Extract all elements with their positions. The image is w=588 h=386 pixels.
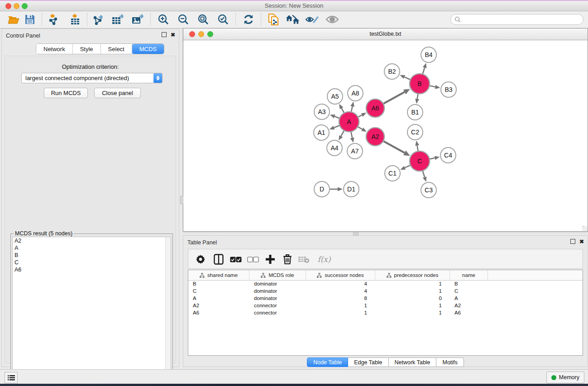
graph-node-D1[interactable]: D1 [344,181,359,197]
refresh-icon[interactable] [241,13,256,26]
duplicate-network-icon[interactable] [267,13,281,26]
graph-node-B4[interactable]: B4 [421,47,436,62]
graph-node-A5[interactable]: A5 [327,89,343,104]
tab-network-table[interactable]: Network Table [389,357,437,367]
window-resize-grip[interactable] [582,226,587,231]
task-history-button[interactable] [5,372,18,383]
graph-node-C1[interactable]: C1 [385,166,400,181]
delete-column-icon[interactable] [281,253,294,266]
toolbar-separator [150,13,151,26]
graph-node-A7[interactable]: A7 [347,143,363,159]
import-network-icon[interactable] [47,13,61,26]
export-image-icon[interactable] [131,13,145,26]
graph-node-A[interactable]: A [339,112,359,132]
memory-label: Memory [559,374,579,381]
vertical-splitter-handle[interactable] [180,196,183,204]
svg-text:A6: A6 [371,105,379,112]
network-canvas[interactable]: B4B2BB3A5A8A6A3B1AA1C2A2A4A7C4CC1DD1C3 [184,40,587,231]
zoom-fit-icon[interactable] [196,13,210,26]
mcds-result-item[interactable]: A2 [13,237,171,244]
mcds-result-item[interactable]: B [13,252,171,259]
table-row[interactable]: Adominator80A [188,295,583,302]
tab-select[interactable]: Select [101,44,132,54]
select-all-icon[interactable] [229,253,243,266]
add-column-icon[interactable] [263,253,277,266]
graph-edge-A-A7 [351,132,353,138]
graph-node-D[interactable]: D [314,181,330,197]
tab-mcds[interactable]: MCDS [132,44,164,54]
memory-button[interactable]: Memory [546,372,584,383]
graph-node-A4[interactable]: A4 [327,140,342,156]
graph-node-C3[interactable]: C3 [421,182,436,198]
table-settings-icon[interactable] [194,253,207,266]
search-input[interactable] [463,16,583,23]
float-panel-icon[interactable] [570,239,575,244]
graph-node-B2[interactable]: B2 [384,64,400,79]
tab-node-table[interactable]: Node Table [307,357,348,367]
table-cell: B [188,281,249,288]
dropdown-stepper-icon [153,73,162,83]
run-mcds-button[interactable]: Run MCDS [44,88,88,98]
graph-edge-C-C3 [423,171,425,177]
svg-text:B2: B2 [388,68,396,75]
zoom-selected-icon[interactable] [216,13,230,26]
graph-node-A1[interactable]: A1 [314,125,329,140]
column-header-MCDS-role[interactable]: MCDS role [249,270,306,280]
graph-node-A8[interactable]: A8 [348,86,363,101]
column-visibility-icon[interactable] [212,253,225,266]
show-hide-graphics-details-icon[interactable] [325,13,339,26]
graph-node-C2[interactable]: C2 [407,124,423,140]
tab-edge-table[interactable]: Edge Table [348,357,388,367]
table-row[interactable]: A6connector11A6 [188,310,583,317]
show-hide-annotations-icon[interactable] [305,13,319,26]
toolbar-separator [87,13,87,26]
tab-motifs[interactable]: Motifs [436,357,464,367]
table-row[interactable]: Bdominator41B [188,281,583,288]
mcds-result-item[interactable]: A6 [13,266,171,273]
mcds-result-item[interactable]: C [13,259,171,266]
table-tabs: Node TableEdge TableNetwork TableMotifs [183,357,588,367]
column-header-successor-nodes[interactable]: successor nodes [306,270,375,280]
graph-node-A2[interactable]: A2 [366,128,384,146]
table-cell: dominator [249,288,306,295]
network-window-titlebar[interactable]: testGlobe.txt [183,29,588,40]
mcds-result-item[interactable]: A [13,244,171,252]
application-window: Session: New Session [0,0,588,384]
export-network-icon[interactable] [91,13,106,26]
table-row[interactable]: A2connector11A2 [188,302,583,310]
home-icon[interactable] [285,13,300,26]
optimization-criterion-dropdown[interactable]: largest connected component (directed) [21,73,163,83]
tab-style[interactable]: Style [73,44,101,54]
column-header-shared-name[interactable]: shared name [188,270,249,280]
deselect-all-icon[interactable] [246,253,260,266]
mcds-result-scrollbar[interactable] [165,237,171,386]
close-panel-icon[interactable]: ✖ [579,239,584,244]
svg-text:A8: A8 [351,90,359,97]
graph-edge-C-C4 [430,158,435,159]
graph-node-C4[interactable]: C4 [440,148,456,163]
column-header-predecessor-nodes[interactable]: predecessor nodes [375,270,450,280]
table-row[interactable]: Cdominator41C [188,288,583,295]
zoom-in-icon[interactable] [156,13,171,26]
graph-node-C[interactable]: C [410,151,430,171]
zoom-out-icon[interactable] [176,13,191,26]
float-panel-icon[interactable] [162,32,167,37]
graph-node-B[interactable]: B [410,74,430,94]
mcds-result-list[interactable]: A2ABCA6 [12,237,171,386]
save-session-icon[interactable] [23,13,37,26]
close-panel-icon[interactable]: ✖ [171,33,175,37]
graph-edge-B-B1 [417,94,418,99]
column-header-name[interactable]: name [450,270,488,280]
graph-node-A6[interactable]: A6 [366,99,384,117]
graph-node-A3[interactable]: A3 [314,104,330,119]
export-table-icon[interactable] [111,13,125,26]
search-box[interactable] [450,14,583,25]
svg-text:A: A [347,118,351,125]
graph-node-B1[interactable]: B1 [407,105,423,120]
import-table-icon[interactable] [68,13,82,26]
horizontal-splitter-handle[interactable] [353,232,359,235]
graph-node-B3[interactable]: B3 [441,82,456,97]
tab-network[interactable]: Network [36,44,73,54]
close-panel-button[interactable]: Close panel [94,88,141,98]
open-session-icon[interactable] [6,13,21,26]
